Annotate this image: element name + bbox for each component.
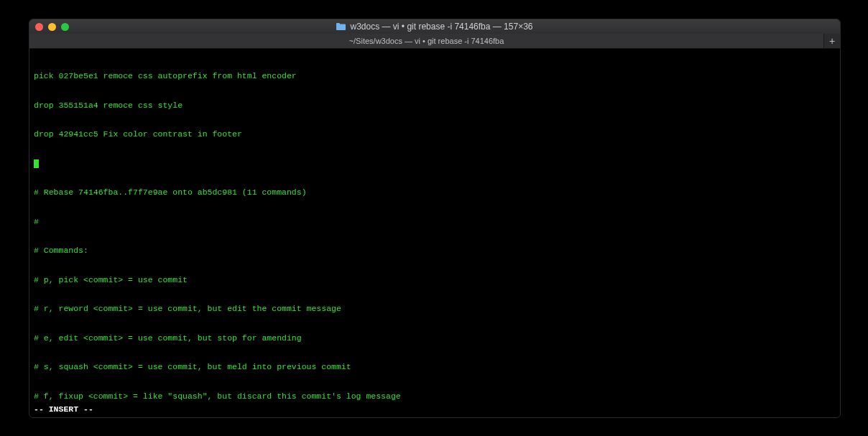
rebase-line: pick 027be5e1 remoce css autoprefix from… <box>34 71 836 81</box>
comment-line: # r, reword <commit> = use commit, but e… <box>34 304 836 314</box>
tab-bar: ~/Sites/w3docs — vi • git rebase -i 7414… <box>29 34 840 49</box>
plus-icon: + <box>829 35 835 47</box>
terminal-viewport[interactable]: pick 027be5e1 remoce css autoprefix from… <box>29 49 840 418</box>
window-title: w3docs — vi • git rebase -i 74146fba — 1… <box>350 22 532 32</box>
comment-line: # p, pick <commit> = use commit <box>34 275 836 285</box>
comment-line: # Commands: <box>34 246 836 256</box>
new-tab-button[interactable]: + <box>824 34 840 48</box>
comment-line: # <box>34 217 836 227</box>
titlebar: w3docs — vi • git rebase -i 74146fba — 1… <box>29 19 840 34</box>
vi-mode: -- INSERT -- <box>34 404 93 414</box>
comment-line: # e, edit <commit> = use commit, but sto… <box>34 333 836 343</box>
zoom-icon[interactable] <box>61 23 69 31</box>
minimize-icon[interactable] <box>48 23 56 31</box>
tab-active[interactable]: ~/Sites/w3docs — vi • git rebase -i 7414… <box>29 34 824 48</box>
rebase-line: drop 42941cc5 Fix color contrast in foot… <box>34 129 836 139</box>
cursor-line <box>34 159 836 169</box>
comment-line: # f, fixup <commit> = like "squash", but… <box>34 391 836 402</box>
terminal-window: w3docs — vi • git rebase -i 74146fba — 1… <box>29 19 841 418</box>
window-controls <box>35 23 69 31</box>
cursor <box>34 159 39 168</box>
folder-icon <box>336 23 346 30</box>
rebase-line: drop 355151a4 remoce css style <box>34 101 836 111</box>
tab-label: ~/Sites/w3docs — vi • git rebase -i 7414… <box>349 37 504 45</box>
comment-line: # Rebase 74146fba..f7f7e9ae onto ab5dc98… <box>34 187 836 198</box>
comment-line: # s, squash <commit> = use commit, but m… <box>34 362 836 372</box>
close-icon[interactable] <box>35 23 43 31</box>
